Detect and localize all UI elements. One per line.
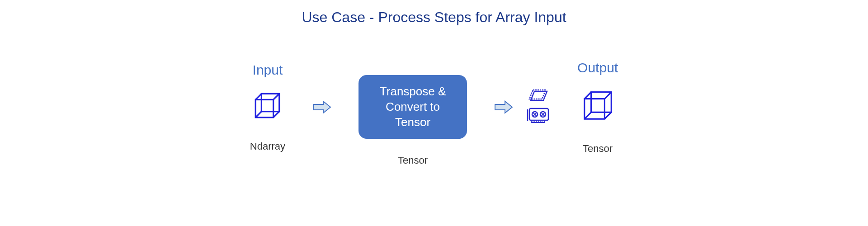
input-caption: Ndarray [250, 141, 285, 152]
output-column: Output Tensor [577, 60, 618, 155]
svg-line-25 [584, 113, 591, 119]
arrow-column-2: - [494, 61, 550, 154]
process-column: - Transpose & Convert to Tensor Tensor [359, 48, 467, 166]
svg-line-5 [274, 112, 279, 118]
gpu-icon [527, 107, 550, 127]
process-caption: Tensor [398, 155, 428, 166]
icon-stack [527, 88, 550, 127]
diagram-container: Input Ndarray - - - [0, 48, 868, 166]
svg-line-23 [584, 92, 591, 99]
svg-line-4 [256, 112, 262, 118]
output-caption: Tensor [583, 143, 613, 155]
input-column: Input Ndarray [250, 62, 285, 152]
arrow-icon [494, 89, 513, 125]
svg-line-2 [256, 94, 262, 100]
arrow-column-1: - - [312, 62, 331, 153]
arrow-icon [312, 89, 331, 125]
cube-icon [250, 89, 284, 125]
output-label: Output [577, 60, 618, 75]
process-box: Transpose & Convert to Tensor [359, 75, 467, 139]
svg-line-26 [604, 113, 611, 119]
diagram-title: Use Case - Process Steps for Array Input [0, 0, 868, 26]
layer-icon [528, 88, 548, 103]
cube-icon [579, 87, 617, 127]
svg-line-3 [274, 94, 279, 100]
svg-line-24 [604, 92, 611, 99]
input-label: Input [253, 62, 283, 78]
